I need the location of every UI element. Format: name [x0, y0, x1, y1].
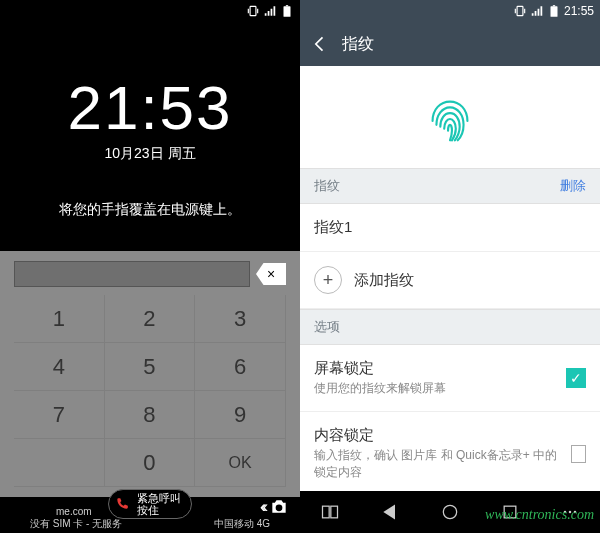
- nav-dual-button[interactable]: [310, 491, 350, 533]
- key-2[interactable]: 2: [105, 295, 196, 343]
- key-4[interactable]: 4: [14, 343, 105, 391]
- svg-rect-1: [284, 6, 291, 16]
- svg-rect-8: [331, 506, 338, 518]
- screen-lock-item[interactable]: 屏幕锁定 使用您的指纹来解锁屏幕 ✓: [300, 345, 600, 412]
- chevrons-icon[interactable]: ‹‹‹: [260, 498, 264, 516]
- svg-point-3: [276, 505, 283, 512]
- page-title: 指纹: [342, 34, 374, 55]
- carrier-row: 没有 SIM 卡 - 无服务 中国移动 4G: [0, 515, 300, 533]
- svg-rect-5: [550, 6, 557, 16]
- key-3[interactable]: 3: [195, 295, 286, 343]
- nav-recent-button[interactable]: [490, 491, 530, 533]
- back-icon[interactable]: [310, 34, 330, 54]
- camera-icon[interactable]: [268, 497, 290, 517]
- svg-rect-0: [250, 6, 256, 15]
- svg-point-9: [443, 505, 456, 518]
- content-lock-item[interactable]: 内容锁定 输入指纹，确认 图片库 和 Quick备忘录+ 中的锁定内容: [300, 412, 600, 496]
- emergency-label-1: 紧急呼叫: [137, 492, 181, 504]
- svg-rect-6: [553, 5, 555, 6]
- screen-lock-title: 屏幕锁定: [314, 359, 446, 378]
- key-1[interactable]: 1: [14, 295, 105, 343]
- nav-back-button[interactable]: [370, 491, 410, 533]
- nav-menu-button[interactable]: [550, 491, 590, 533]
- status-bar-left: [0, 0, 300, 22]
- battery-icon: [280, 4, 294, 18]
- add-fingerprint-label: 添加指纹: [354, 271, 414, 290]
- svg-point-11: [564, 511, 567, 514]
- phone-icon: [111, 493, 133, 515]
- fingerprint-prompt: 将您的手指覆盖在电源键上。: [0, 201, 300, 219]
- carrier-label: 中国移动 4G: [214, 517, 270, 531]
- screen-lock-sub: 使用您的指纹来解锁屏幕: [314, 380, 446, 397]
- svg-rect-2: [286, 5, 288, 6]
- svg-rect-4: [517, 6, 523, 15]
- status-time: 21:55: [564, 4, 594, 18]
- no-sim-label: 没有 SIM 卡 - 无服务: [30, 517, 122, 531]
- content-lock-sub: 输入指纹，确认 图片库 和 Quick备忘录+ 中的锁定内容: [314, 447, 559, 481]
- plus-icon: +: [314, 266, 342, 294]
- pin-keypad-panel: × 1 2 3 4 5 6 7 8 9 0 OK: [0, 251, 300, 497]
- pin-input[interactable]: [14, 261, 250, 287]
- svg-rect-10: [504, 506, 516, 518]
- pin-row: ×: [14, 261, 286, 287]
- signal-icon: [263, 4, 277, 18]
- key-blank: [14, 439, 105, 487]
- vibrate-icon: [513, 4, 527, 18]
- vibrate-icon: [246, 4, 260, 18]
- key-5[interactable]: 5: [105, 343, 196, 391]
- keypad: 1 2 3 4 5 6 7 8 9 0 OK: [14, 295, 286, 487]
- lock-shortcuts: ‹‹‹: [260, 497, 290, 517]
- key-9[interactable]: 9: [195, 391, 286, 439]
- key-6[interactable]: 6: [195, 343, 286, 391]
- clock-date: 10月23日 周五: [0, 145, 300, 163]
- lockscreen: 21:53 10月23日 周五 将您的手指覆盖在电源键上。 × 1 2 3 4 …: [0, 0, 300, 533]
- checkbox-checked[interactable]: ✓: [566, 368, 586, 388]
- fingerprint-item-label: 指纹1: [314, 218, 352, 237]
- key-0[interactable]: 0: [105, 439, 196, 487]
- checkbox-unchecked[interactable]: [571, 445, 586, 463]
- section-header-fingerprints: 指纹 删除: [300, 168, 600, 204]
- clock-area: 21:53 10月23日 周五: [0, 72, 300, 163]
- key-ok[interactable]: OK: [195, 439, 286, 487]
- svg-rect-7: [323, 506, 330, 518]
- svg-point-12: [569, 511, 572, 514]
- clock-time: 21:53: [0, 72, 300, 143]
- status-icons: [246, 4, 294, 18]
- content-lock-title: 内容锁定: [314, 426, 559, 445]
- battery-icon: [547, 4, 561, 18]
- navigation-bar: [300, 491, 600, 533]
- section-label: 指纹: [314, 177, 340, 195]
- fingerprint-item-1[interactable]: 指纹1: [300, 204, 600, 252]
- fingerprint-hero: [300, 66, 600, 168]
- section-label: 选项: [314, 318, 340, 336]
- section-header-options: 选项: [300, 309, 600, 345]
- delete-button[interactable]: 删除: [560, 177, 586, 195]
- settings-fingerprint-screen: 21:55 指纹 指纹 删除 指纹1 + 添加指纹 选项 屏幕锁定 使用您的指纹…: [300, 0, 600, 533]
- add-fingerprint-item[interactable]: + 添加指纹: [300, 252, 600, 309]
- fingerprint-icon: [419, 88, 481, 150]
- backspace-button[interactable]: ×: [256, 263, 286, 285]
- svg-point-13: [574, 511, 577, 514]
- status-icons: 21:55: [513, 4, 594, 18]
- key-7[interactable]: 7: [14, 391, 105, 439]
- nav-home-button[interactable]: [430, 491, 470, 533]
- signal-icon: [530, 4, 544, 18]
- status-bar-right: 21:55: [300, 0, 600, 22]
- titlebar: 指纹: [300, 22, 600, 66]
- key-8[interactable]: 8: [105, 391, 196, 439]
